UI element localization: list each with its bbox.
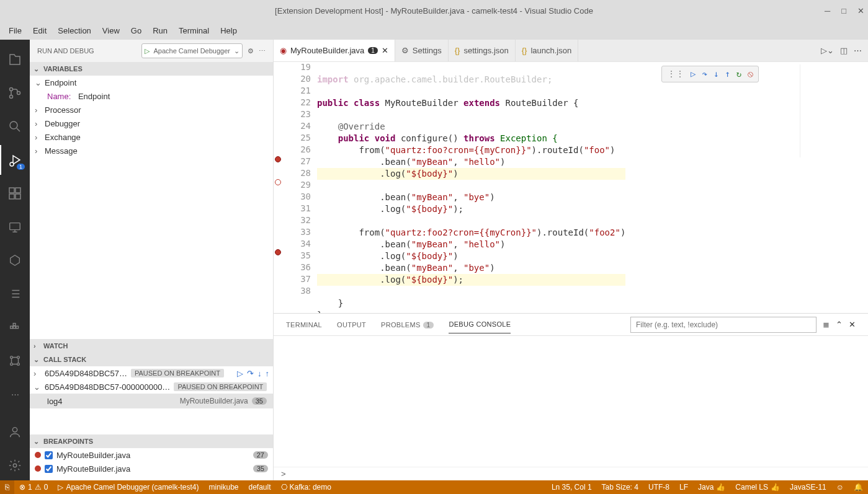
menu-edit[interactable]: Edit	[28, 24, 51, 38]
more-icon[interactable]: ⋯	[854, 46, 862, 55]
menu-terminal[interactable]: Terminal	[174, 24, 214, 38]
debug-input[interactable]: >	[274, 467, 868, 480]
chevron-up-icon[interactable]: ⌃	[836, 320, 843, 329]
breakpoints-header[interactable]: ⌄BREAKPOINTS	[30, 434, 273, 448]
tab-launchjson[interactable]: {}launch.json	[516, 40, 578, 61]
menu-file[interactable]: File	[4, 24, 27, 38]
status-debug[interactable]: ▷ Apache Camel Debugger (camelk-test4)	[53, 483, 204, 492]
breakpoint-checkbox[interactable]	[45, 451, 53, 459]
disconnect-icon[interactable]: ⦸	[748, 69, 753, 79]
status-jdk[interactable]: JavaSE-11	[785, 483, 831, 492]
list-icon[interactable]	[0, 279, 30, 309]
breakpoint-glyph[interactable]	[275, 156, 281, 162]
drag-icon[interactable]: ⋮⋮	[667, 69, 684, 79]
search-icon[interactable]	[0, 112, 30, 141]
status-ctx[interactable]: default	[244, 483, 276, 492]
json-icon: {}	[455, 46, 460, 55]
status-problems[interactable]: ⊗ 1 ⚠ 0	[14, 483, 53, 492]
svg-point-2	[17, 92, 20, 95]
status-ls[interactable]: Camel LS 👍	[730, 483, 785, 492]
close-icon[interactable]: ✕	[849, 320, 856, 329]
tab-settingsjson[interactable]: {}settings.json	[449, 40, 516, 61]
menu-run[interactable]: Run	[148, 24, 172, 38]
docker-icon[interactable]	[0, 312, 30, 342]
status-feedback-icon[interactable]: ☺	[831, 483, 849, 492]
tab-output[interactable]: OUTPUT	[337, 316, 366, 333]
callstack-header[interactable]: ⌄CALL STACK	[30, 353, 273, 366]
remote-indicator[interactable]: ⎘	[0, 480, 14, 494]
thread-2[interactable]: ⌄6D5A49D848DBC57-000000000… PAUSED ON BR…	[30, 380, 273, 394]
graph-icon[interactable]	[0, 346, 30, 376]
status-tab[interactable]: Tab Size: 4	[597, 483, 643, 492]
more-icon[interactable]: ⋯	[0, 379, 30, 409]
continue-icon[interactable]: ▷	[237, 369, 243, 378]
continue-icon[interactable]: ▷	[691, 69, 696, 79]
step-out-icon[interactable]: ↑	[266, 369, 270, 378]
extensions-icon[interactable]	[0, 179, 30, 208]
status-lang[interactable]: Java 👍	[693, 483, 730, 492]
status-pos[interactable]: Ln 35, Col 1	[547, 483, 597, 492]
status-k8s[interactable]: minikube	[204, 483, 243, 492]
gear-icon: ⚙	[401, 46, 409, 55]
stack-frame[interactable]: log4 MyRouteBuilder.java 35	[30, 394, 273, 408]
step-out-icon[interactable]: ↑	[725, 69, 730, 79]
minimize-icon[interactable]: ─	[825, 6, 830, 15]
tab-settings[interactable]: ⚙Settings	[395, 40, 449, 61]
tab-problems[interactable]: PROBLEMS1	[381, 316, 434, 333]
var-exchange[interactable]: ›Exchange	[30, 130, 273, 144]
watch-header[interactable]: ›WATCH	[30, 339, 273, 353]
gear-icon[interactable]: ⚙	[248, 47, 254, 55]
explorer-icon[interactable]	[0, 45, 30, 74]
var-processor[interactable]: ›Processor	[30, 103, 273, 117]
split-icon[interactable]: ◫	[840, 46, 848, 55]
step-into-icon[interactable]: ↓	[257, 369, 262, 378]
filter-input[interactable]	[630, 317, 817, 333]
settings-icon[interactable]	[0, 451, 30, 480]
breakpoint-row[interactable]: MyRouteBuilder.java 27	[30, 448, 273, 462]
tab-terminal[interactable]: TERMINAL	[286, 316, 322, 333]
run-icon[interactable]: ▷⌄	[821, 46, 834, 55]
menu-go[interactable]: Go	[126, 24, 146, 38]
menu-help[interactable]: Help	[215, 24, 242, 38]
breakpoint-row[interactable]: MyRouteBuilder.java 35	[30, 462, 273, 475]
var-debugger[interactable]: ›Debugger	[30, 117, 273, 130]
word-wrap-icon[interactable]: ≣	[823, 320, 830, 329]
close-icon[interactable]: ✕	[857, 6, 864, 15]
breakpoint-glyph[interactable]	[275, 249, 281, 255]
status-kafka[interactable]: ⎔ Kafka: demo	[276, 483, 336, 492]
variables-header[interactable]: ⌄VARIABLES	[30, 62, 273, 76]
step-over-icon[interactable]: ↷	[702, 69, 707, 79]
var-message[interactable]: ›Message	[30, 144, 273, 157]
scm-icon[interactable]	[0, 78, 30, 108]
var-endpoint-name[interactable]: Name: Endpoint	[30, 89, 273, 103]
debug-console-body[interactable]	[274, 336, 868, 467]
tab-myroutebuilder[interactable]: ◉MyRouteBuilder.java1✕	[274, 40, 395, 61]
menu-view[interactable]: View	[97, 24, 125, 38]
thread-1[interactable]: ›6D5A49D848DBC57… PAUSED ON BREAKPOINT ▷…	[30, 366, 273, 380]
debug-toolbar[interactable]: ⋮⋮ ▷ ↷ ↓ ↑ ↻ ⦸	[661, 66, 759, 82]
debug-icon[interactable]: 1	[0, 145, 30, 175]
kubernetes-icon[interactable]	[0, 245, 30, 275]
debug-config-label: Apache Camel Debugger	[153, 47, 230, 55]
menu-selection[interactable]: Selection	[53, 24, 96, 38]
breakpoint-checkbox[interactable]	[45, 465, 53, 473]
maximize-icon[interactable]: □	[841, 6, 846, 15]
status-enc[interactable]: UTF-8	[643, 483, 674, 492]
debug-config-select[interactable]: ▷ Apache Camel Debugger ⌄	[141, 43, 243, 58]
status-bell-icon[interactable]: 🔔	[849, 483, 868, 492]
step-over-icon[interactable]: ↷	[247, 369, 254, 378]
close-icon[interactable]: ✕	[382, 46, 388, 55]
breakpoint-unverified-glyph[interactable]	[275, 179, 281, 185]
remote-icon[interactable]	[0, 212, 30, 242]
status-eol[interactable]: LF	[674, 483, 693, 492]
play-icon[interactable]: ▷	[145, 47, 150, 55]
more-icon[interactable]: ⋯	[259, 47, 266, 55]
account-icon[interactable]	[0, 417, 30, 447]
code-editor[interactable]: ⋮⋮ ▷ ↷ ↓ ↑ ↻ ⦸	[274, 62, 868, 313]
restart-icon[interactable]: ↻	[736, 69, 741, 79]
tab-debug-console[interactable]: DEBUG CONSOLE	[449, 315, 511, 333]
minimap[interactable]	[800, 64, 868, 157]
var-endpoint[interactable]: ⌄Endpoint	[30, 76, 273, 89]
step-into-icon[interactable]: ↓	[714, 69, 718, 79]
chevron-down-icon[interactable]: ⌄	[234, 47, 239, 55]
